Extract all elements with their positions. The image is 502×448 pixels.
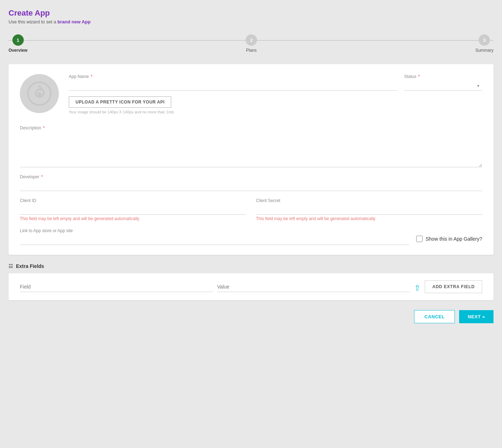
client-secret-input[interactable]: [256, 205, 482, 215]
add-extra-field-button[interactable]: ADD EXTRA FIELD: [425, 280, 482, 293]
page-title: Create App: [9, 9, 493, 18]
description-textarea[interactable]: [20, 132, 482, 167]
extra-fields-card: ⇧ ADD EXTRA FIELD: [9, 273, 493, 300]
step-1-label: Overview: [9, 48, 27, 53]
extra-fields-title: Extra Fields: [16, 263, 44, 269]
upload-section: UPLOAD A PRETTY ICON FOR YOUR API Your i…: [69, 96, 482, 114]
client-secret-hint: This field may be left empty and will be…: [256, 216, 482, 221]
step-1-circle: 1: [12, 34, 24, 46]
status-group: Status * Active Inactive: [404, 74, 482, 91]
client-secret-group: Client Secret This field may be left emp…: [256, 198, 482, 221]
client-row: Client ID This field may be left empty a…: [20, 198, 482, 221]
extra-fields-row: ⇧ ADD EXTRA FIELD: [20, 280, 482, 293]
upload-hint: Your image should be 140px X 140px and n…: [69, 110, 482, 114]
client-id-label: Client ID: [20, 198, 246, 203]
extra-value-input[interactable]: [217, 282, 410, 292]
client-id-input[interactable]: [20, 205, 246, 215]
main-card: App Name * Status * Active Inactive: [9, 64, 493, 255]
link-input[interactable]: [20, 235, 409, 245]
client-secret-label: Client Secret: [256, 198, 482, 203]
status-select[interactable]: Active Inactive: [404, 80, 482, 91]
value-col: [217, 282, 410, 292]
app-icon-placeholder: [20, 74, 59, 113]
status-label: Status *: [404, 74, 482, 79]
field-col: [20, 282, 213, 292]
svg-point-1: [37, 92, 41, 96]
link-group: Link to App store or App site: [20, 228, 409, 245]
status-select-wrapper: Active Inactive: [404, 80, 482, 91]
link-label: Link to App store or App site: [20, 228, 409, 233]
subtitle-link[interactable]: brand new App: [57, 19, 90, 24]
step-1[interactable]: 1 Overview: [9, 34, 27, 53]
upload-arrow-icon[interactable]: ⇧: [414, 284, 420, 293]
name-status-row: App Name * Status * Active Inactive: [69, 74, 482, 91]
extra-fields-header: ☷ Extra Fields: [9, 263, 493, 269]
extra-field-input[interactable]: [20, 282, 213, 292]
developer-label: Developer *: [20, 174, 482, 179]
top-section: App Name * Status * Active Inactive: [20, 74, 482, 114]
step-2[interactable]: 2 Plans: [246, 34, 257, 53]
page-subtitle: Use this wizard to set a brand new App: [9, 19, 493, 24]
step-2-circle: 2: [246, 34, 257, 46]
upload-icon-button[interactable]: UPLOAD A PRETTY ICON FOR YOUR API: [69, 96, 171, 108]
description-group: Description *: [20, 125, 482, 167]
step-3-label: Summary: [475, 48, 493, 53]
client-id-hint: This field may be left empty and will be…: [20, 216, 246, 221]
gallery-label: Show this in App Gallery?: [425, 236, 482, 242]
link-gallery-row: Link to App store or App site Show this …: [20, 228, 482, 245]
description-label: Description *: [20, 125, 482, 130]
footer-actions: CANCEL NEXT »: [9, 310, 493, 323]
step-2-label: Plans: [246, 48, 257, 53]
developer-group: Developer *: [20, 174, 482, 191]
next-button[interactable]: NEXT »: [459, 310, 493, 323]
app-name-input[interactable]: [69, 80, 397, 91]
developer-input[interactable]: [20, 181, 482, 191]
gallery-checkbox-group: Show this in App Gallery?: [416, 236, 482, 245]
app-icon-svg: [27, 81, 52, 106]
stepper-items: 1 Overview 2 Plans 3 Summary: [9, 34, 493, 53]
cancel-button[interactable]: CANCEL: [414, 310, 455, 323]
step-3-circle: 3: [479, 34, 490, 46]
grid-icon: ☷: [9, 263, 13, 269]
client-id-group: Client ID This field may be left empty a…: [20, 198, 246, 221]
gallery-checkbox[interactable]: [416, 236, 423, 242]
app-name-label: App Name *: [69, 74, 397, 79]
top-fields: App Name * Status * Active Inactive: [69, 74, 482, 114]
step-3[interactable]: 3 Summary: [475, 34, 493, 53]
stepper: 1 Overview 2 Plans 3 Summary: [9, 34, 493, 53]
app-name-group: App Name *: [69, 74, 397, 91]
